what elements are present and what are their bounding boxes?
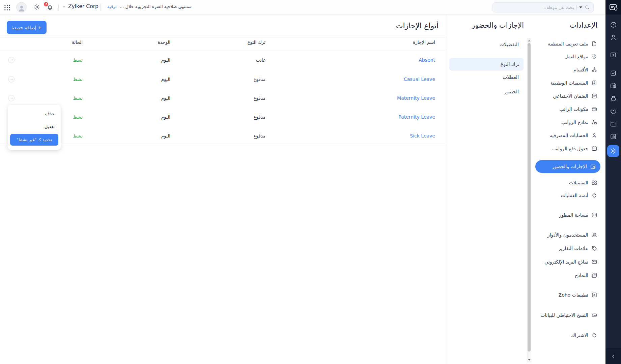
subnav-item[interactable]: العطلات	[503, 72, 519, 82]
leave-unit-cell: اليوم	[161, 77, 170, 82]
bank-person-icon	[591, 132, 597, 139]
apps-grid-icon[interactable]	[4, 4, 10, 11]
leave-type-cell: مدفوع	[253, 95, 265, 101]
subnav-item-active[interactable]: ترك النوع	[449, 58, 524, 71]
col-header-status: الحالة	[72, 39, 83, 45]
menu-item-edit[interactable]: تعديل	[45, 123, 55, 130]
settings-item[interactable]: مواقع العمل	[564, 52, 597, 62]
divider	[576, 5, 577, 10]
leave-name-link[interactable]: Paternity Leave	[398, 114, 435, 120]
gear-icon[interactable]	[33, 4, 40, 10]
menu-item-delete[interactable]: حذف	[45, 110, 55, 117]
leave-name-link[interactable]: Absent	[419, 57, 435, 63]
scrollbar[interactable]	[527, 38, 531, 362]
calendar-clock-icon	[590, 163, 596, 170]
org-profile-icon	[591, 41, 597, 47]
upgrade-link[interactable]: ترقية	[107, 4, 117, 9]
money-bag-icon[interactable]	[605, 94, 621, 102]
settings-item[interactable]: الضمان الاجتماعي	[553, 91, 597, 101]
notification-badge: 7	[43, 1, 49, 7]
subscription-refresh-icon	[591, 332, 597, 338]
trial-text: ستنتهي صلاحية الفترة التجريبية خلال ...	[120, 4, 192, 9]
cards-grid-icon	[591, 180, 597, 186]
calendar-arrow-icon[interactable]	[605, 51, 621, 59]
location-pin-icon	[591, 54, 597, 60]
divider	[100, 4, 101, 10]
leave-type-cell: غائب	[256, 57, 265, 63]
settings-item[interactable]: علامات التقارير	[559, 243, 597, 253]
company-switcher[interactable]: Zylker Corp	[62, 3, 98, 9]
settings-item[interactable]: نماذج البريد الإلكتروني	[544, 257, 597, 267]
settings-item[interactable]: جدول دفع الرواتب	[553, 144, 597, 154]
leave-type-cell: مدفوع	[253, 114, 265, 120]
leave-attendance-subnav: الإجازات والحضور التفضيلاتترك النوعالعطل…	[446, 14, 533, 364]
divider	[0, 145, 446, 145]
forms-doc-icon	[591, 272, 597, 278]
scroll-down-arrow[interactable]	[527, 357, 531, 362]
row-ellipsis-button[interactable]	[8, 76, 15, 83]
settings-item[interactable]: الأقسام	[573, 65, 597, 75]
settings-item-active[interactable]: الإجازات والحضور	[535, 160, 600, 173]
people-app-icon[interactable]	[605, 0, 621, 14]
page-title: أنواع الإجازات	[396, 22, 439, 30]
row-ellipsis-button[interactable]	[8, 95, 15, 101]
search-icon[interactable]	[585, 5, 590, 10]
code-box-icon	[591, 212, 597, 218]
search-input[interactable]	[496, 5, 574, 10]
collapse-rail-button[interactable]	[605, 348, 621, 364]
settings-item[interactable]: أتمتة العمليات	[561, 190, 597, 201]
rail-settings-active[interactable]	[607, 145, 619, 157]
col-header-name: اسم الإجازة	[413, 39, 435, 45]
page: 7 Zylker Corp ترقية ستنتهي صلاحية الفترة…	[0, 0, 621, 364]
divider	[58, 4, 59, 10]
avatar[interactable]	[16, 2, 27, 12]
settings-item[interactable]: النماذج	[575, 270, 597, 280]
settings-item[interactable]: المسميات الوظيفية	[550, 78, 597, 88]
subnav-item[interactable]: الحضور	[504, 87, 519, 96]
leave-name-link[interactable]: Casual Leave	[404, 77, 435, 82]
folder-icon[interactable]	[605, 120, 621, 128]
status-badge: نشط	[73, 114, 83, 120]
settings-item[interactable]: نماذج الرواتب	[561, 117, 597, 127]
stamp-icon	[591, 93, 597, 99]
add-new-button[interactable]: + إضافة جديدة	[7, 21, 47, 34]
scroll-up-arrow[interactable]	[527, 38, 531, 43]
settings-item[interactable]: الحسابات المصرفية	[550, 130, 597, 141]
leave-name-link[interactable]: Sick Leave	[410, 133, 435, 139]
subnav-item[interactable]: التفضيلات	[500, 40, 519, 49]
heart-icon[interactable]	[605, 108, 621, 116]
bar-chart-icon[interactable]	[605, 132, 621, 141]
col-header-type: ترك النوع	[247, 39, 265, 45]
row-ellipsis-button[interactable]	[8, 57, 15, 63]
settings-title: الإعدادات	[570, 21, 597, 29]
dashboard-clock-icon[interactable]	[605, 21, 621, 29]
settings-item[interactable]: مكونات الراتب	[559, 104, 597, 114]
caret-down-icon[interactable]	[579, 6, 582, 8]
zoho-z-icon	[591, 292, 597, 298]
calendar-clock-icon[interactable]	[605, 82, 621, 90]
settings-item[interactable]: المستخدمون والأدوار	[547, 230, 597, 240]
settings-item[interactable]: ملف تعريف المنظمة	[548, 39, 597, 49]
settings-item[interactable]: التفضيلات	[569, 178, 597, 188]
trial-banner: ترقية ستنتهي صلاحية الفترة التجريبية خلا…	[107, 4, 192, 9]
leave-name-link[interactable]: Maternity Leave	[397, 95, 435, 101]
users-icon	[591, 232, 597, 238]
scrollbar-thumb[interactable]	[528, 43, 531, 352]
settings-item[interactable]: الاشتراك	[571, 330, 597, 340]
status-badge: نشط	[73, 57, 83, 63]
settings-item[interactable]: مساحة المطور	[559, 210, 597, 220]
person-icon[interactable]	[605, 33, 621, 41]
org-chart-icon	[591, 67, 597, 73]
employee-search[interactable]	[492, 2, 594, 12]
settings-item[interactable]: النسخ الاحتياطي للبيانات	[540, 310, 597, 320]
settings-item[interactable]: تطبيقات Zoho	[559, 290, 597, 300]
settings-nav-panel: الإعدادات ملف تعريف المنظمةمواقع العملال…	[533, 14, 605, 364]
mail-icon	[591, 259, 597, 265]
mark-inactive-button[interactable]: تحديد كـ "غير نشط"	[10, 134, 58, 146]
divider	[0, 37, 446, 37]
app-rail	[605, 14, 621, 364]
tag-icon	[591, 245, 597, 251]
backup-disk-icon	[591, 312, 597, 318]
leave-type-cell: مدفوع	[253, 133, 265, 139]
task-check-icon[interactable]	[605, 69, 621, 77]
